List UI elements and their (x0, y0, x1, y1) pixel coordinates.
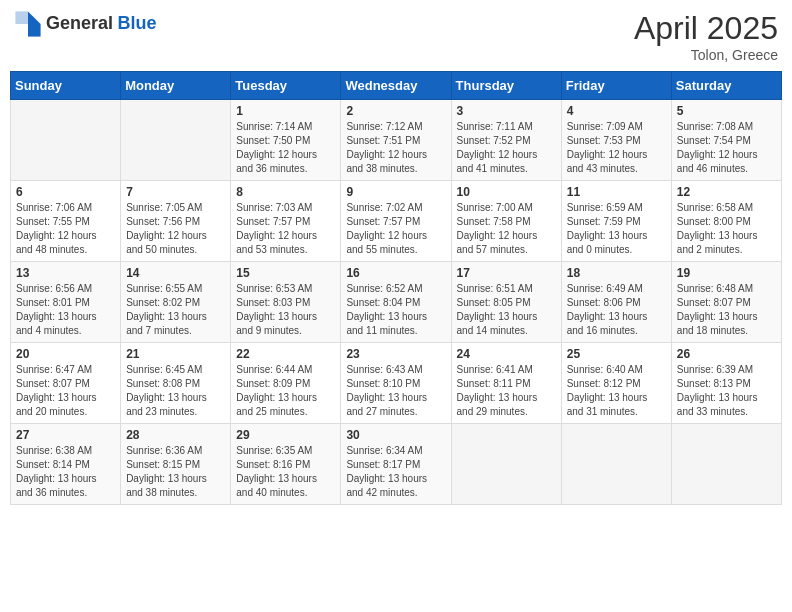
calendar-cell: 28Sunrise: 6:36 AMSunset: 8:15 PMDayligh… (121, 424, 231, 505)
calendar-cell: 30Sunrise: 6:34 AMSunset: 8:17 PMDayligh… (341, 424, 451, 505)
day-number: 1 (236, 104, 335, 118)
calendar-cell: 13Sunrise: 6:56 AMSunset: 8:01 PMDayligh… (11, 262, 121, 343)
day-number: 11 (567, 185, 666, 199)
calendar-cell: 25Sunrise: 6:40 AMSunset: 8:12 PMDayligh… (561, 343, 671, 424)
calendar-week-row: 13Sunrise: 6:56 AMSunset: 8:01 PMDayligh… (11, 262, 782, 343)
day-info: Sunrise: 7:03 AMSunset: 7:57 PMDaylight:… (236, 201, 335, 257)
day-number: 29 (236, 428, 335, 442)
day-of-week-header: Saturday (671, 72, 781, 100)
day-info: Sunrise: 6:44 AMSunset: 8:09 PMDaylight:… (236, 363, 335, 419)
calendar-cell: 8Sunrise: 7:03 AMSunset: 7:57 PMDaylight… (231, 181, 341, 262)
calendar-cell: 5Sunrise: 7:08 AMSunset: 7:54 PMDaylight… (671, 100, 781, 181)
calendar-cell: 19Sunrise: 6:48 AMSunset: 8:07 PMDayligh… (671, 262, 781, 343)
day-number: 23 (346, 347, 445, 361)
calendar-cell (451, 424, 561, 505)
calendar-cell: 1Sunrise: 7:14 AMSunset: 7:50 PMDaylight… (231, 100, 341, 181)
day-number: 17 (457, 266, 556, 280)
day-number: 6 (16, 185, 115, 199)
day-info: Sunrise: 6:36 AMSunset: 8:15 PMDaylight:… (126, 444, 225, 500)
calendar-cell: 3Sunrise: 7:11 AMSunset: 7:52 PMDaylight… (451, 100, 561, 181)
day-info: Sunrise: 6:34 AMSunset: 8:17 PMDaylight:… (346, 444, 445, 500)
calendar-cell (121, 100, 231, 181)
day-info: Sunrise: 6:49 AMSunset: 8:06 PMDaylight:… (567, 282, 666, 338)
title-block: April 2025 Tolon, Greece (634, 10, 778, 63)
day-number: 16 (346, 266, 445, 280)
day-number: 9 (346, 185, 445, 199)
day-info: Sunrise: 7:02 AMSunset: 7:57 PMDaylight:… (346, 201, 445, 257)
day-number: 22 (236, 347, 335, 361)
calendar-cell: 11Sunrise: 6:59 AMSunset: 7:59 PMDayligh… (561, 181, 671, 262)
day-number: 28 (126, 428, 225, 442)
calendar-cell: 2Sunrise: 7:12 AMSunset: 7:51 PMDaylight… (341, 100, 451, 181)
day-number: 18 (567, 266, 666, 280)
day-of-week-header: Thursday (451, 72, 561, 100)
day-info: Sunrise: 6:35 AMSunset: 8:16 PMDaylight:… (236, 444, 335, 500)
day-number: 12 (677, 185, 776, 199)
calendar-cell (11, 100, 121, 181)
day-info: Sunrise: 7:05 AMSunset: 7:56 PMDaylight:… (126, 201, 225, 257)
day-info: Sunrise: 7:14 AMSunset: 7:50 PMDaylight:… (236, 120, 335, 176)
calendar-cell: 7Sunrise: 7:05 AMSunset: 7:56 PMDaylight… (121, 181, 231, 262)
calendar-cell: 9Sunrise: 7:02 AMSunset: 7:57 PMDaylight… (341, 181, 451, 262)
calendar-header-row: SundayMondayTuesdayWednesdayThursdayFrid… (11, 72, 782, 100)
day-number: 30 (346, 428, 445, 442)
day-number: 24 (457, 347, 556, 361)
day-number: 8 (236, 185, 335, 199)
day-info: Sunrise: 7:12 AMSunset: 7:51 PMDaylight:… (346, 120, 445, 176)
calendar-week-row: 27Sunrise: 6:38 AMSunset: 8:14 PMDayligh… (11, 424, 782, 505)
calendar-cell: 20Sunrise: 6:47 AMSunset: 8:07 PMDayligh… (11, 343, 121, 424)
day-info: Sunrise: 6:47 AMSunset: 8:07 PMDaylight:… (16, 363, 115, 419)
day-number: 19 (677, 266, 776, 280)
calendar-cell (561, 424, 671, 505)
day-info: Sunrise: 6:43 AMSunset: 8:10 PMDaylight:… (346, 363, 445, 419)
day-number: 10 (457, 185, 556, 199)
day-of-week-header: Sunday (11, 72, 121, 100)
calendar-cell: 24Sunrise: 6:41 AMSunset: 8:11 PMDayligh… (451, 343, 561, 424)
day-info: Sunrise: 6:51 AMSunset: 8:05 PMDaylight:… (457, 282, 556, 338)
calendar-cell: 16Sunrise: 6:52 AMSunset: 8:04 PMDayligh… (341, 262, 451, 343)
calendar-cell: 6Sunrise: 7:06 AMSunset: 7:55 PMDaylight… (11, 181, 121, 262)
day-of-week-header: Friday (561, 72, 671, 100)
day-of-week-header: Monday (121, 72, 231, 100)
day-number: 25 (567, 347, 666, 361)
day-info: Sunrise: 6:58 AMSunset: 8:00 PMDaylight:… (677, 201, 776, 257)
logo: General Blue (14, 10, 157, 38)
calendar-cell: 17Sunrise: 6:51 AMSunset: 8:05 PMDayligh… (451, 262, 561, 343)
day-info: Sunrise: 6:52 AMSunset: 8:04 PMDaylight:… (346, 282, 445, 338)
day-info: Sunrise: 7:06 AMSunset: 7:55 PMDaylight:… (16, 201, 115, 257)
day-of-week-header: Tuesday (231, 72, 341, 100)
calendar-cell: 27Sunrise: 6:38 AMSunset: 8:14 PMDayligh… (11, 424, 121, 505)
calendar-cell: 29Sunrise: 6:35 AMSunset: 8:16 PMDayligh… (231, 424, 341, 505)
day-number: 5 (677, 104, 776, 118)
calendar-week-row: 20Sunrise: 6:47 AMSunset: 8:07 PMDayligh… (11, 343, 782, 424)
calendar-week-row: 6Sunrise: 7:06 AMSunset: 7:55 PMDaylight… (11, 181, 782, 262)
logo-icon (14, 10, 42, 38)
day-number: 4 (567, 104, 666, 118)
svg-marker-0 (28, 11, 41, 24)
day-info: Sunrise: 7:11 AMSunset: 7:52 PMDaylight:… (457, 120, 556, 176)
logo-blue: Blue (118, 13, 157, 33)
day-info: Sunrise: 6:48 AMSunset: 8:07 PMDaylight:… (677, 282, 776, 338)
location: Tolon, Greece (634, 47, 778, 63)
day-number: 20 (16, 347, 115, 361)
calendar-table: SundayMondayTuesdayWednesdayThursdayFrid… (10, 71, 782, 505)
calendar-cell: 15Sunrise: 6:53 AMSunset: 8:03 PMDayligh… (231, 262, 341, 343)
logo-text: General Blue (46, 14, 157, 34)
calendar-cell: 4Sunrise: 7:09 AMSunset: 7:53 PMDaylight… (561, 100, 671, 181)
day-number: 14 (126, 266, 225, 280)
day-number: 3 (457, 104, 556, 118)
day-number: 7 (126, 185, 225, 199)
svg-marker-2 (15, 11, 28, 24)
day-info: Sunrise: 6:56 AMSunset: 8:01 PMDaylight:… (16, 282, 115, 338)
day-info: Sunrise: 6:40 AMSunset: 8:12 PMDaylight:… (567, 363, 666, 419)
calendar-week-row: 1Sunrise: 7:14 AMSunset: 7:50 PMDaylight… (11, 100, 782, 181)
svg-marker-1 (28, 24, 41, 37)
day-of-week-header: Wednesday (341, 72, 451, 100)
day-info: Sunrise: 6:45 AMSunset: 8:08 PMDaylight:… (126, 363, 225, 419)
page-header: General Blue April 2025 Tolon, Greece (10, 10, 782, 63)
day-number: 21 (126, 347, 225, 361)
calendar-cell: 12Sunrise: 6:58 AMSunset: 8:00 PMDayligh… (671, 181, 781, 262)
calendar-cell: 21Sunrise: 6:45 AMSunset: 8:08 PMDayligh… (121, 343, 231, 424)
calendar-cell: 22Sunrise: 6:44 AMSunset: 8:09 PMDayligh… (231, 343, 341, 424)
day-info: Sunrise: 6:38 AMSunset: 8:14 PMDaylight:… (16, 444, 115, 500)
